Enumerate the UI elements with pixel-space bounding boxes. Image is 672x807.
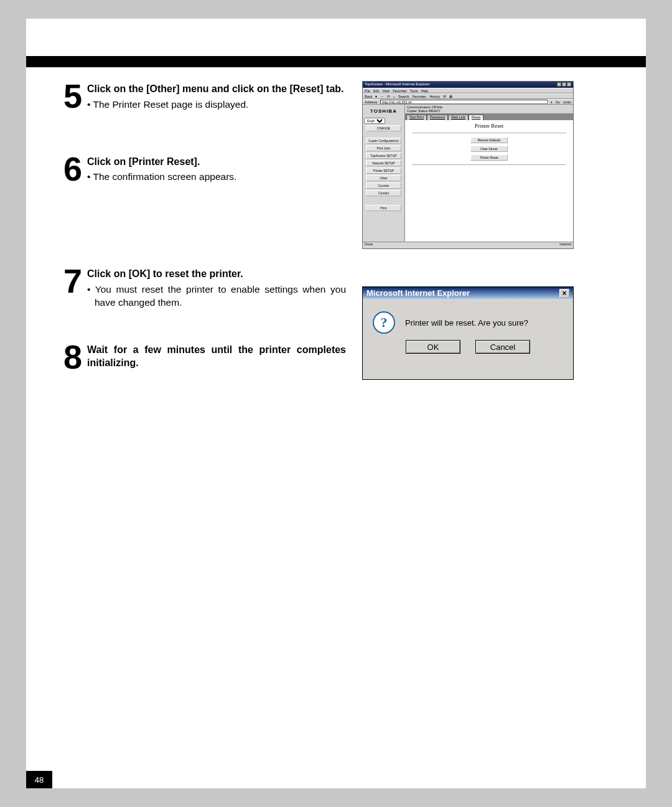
step-bullet: The Printer Reset page is displayed.	[87, 98, 346, 111]
sidebar-other[interactable]: Other	[366, 175, 401, 181]
links-label: Links	[563, 100, 571, 104]
menu-item[interactable]: Tools	[410, 89, 418, 93]
divider	[412, 164, 567, 165]
status-zone: Internet	[559, 242, 571, 248]
step-heading: Click on [OK] to reset the printer.	[87, 267, 346, 281]
browser-sidebar: TOSHIBA English CHANGE Copier Configurat…	[363, 105, 405, 242]
lang-row: English	[364, 118, 403, 124]
dialog-buttons: OK Cancel	[363, 340, 573, 362]
step-body: Click on [Printer Reset]. The confirmati…	[87, 154, 346, 184]
close-icon[interactable]: ×	[559, 289, 569, 298]
restore-defaults-button[interactable]: Restore Defaults	[470, 137, 508, 143]
browser-title: TopAccess - Microsoft Internet Explorer	[365, 82, 430, 87]
browser-titlebar: TopAccess - Microsoft Internet Explorer	[363, 82, 573, 88]
document-page: 5 Click on the [Other] menu and click on…	[26, 19, 646, 788]
sidebar-contact[interactable]: Contact	[366, 190, 401, 196]
copier-status: Communication Off-line Copier Status REA…	[405, 105, 573, 114]
divider	[412, 133, 567, 133]
dialog-body: ? Printer will be reset. Are you sure?	[363, 299, 573, 340]
tab-test-print[interactable]: Test Print	[406, 115, 427, 120]
ok-button[interactable]: OK	[406, 340, 460, 354]
step-heading: Wait for a few minutes until the printer…	[87, 343, 346, 370]
header-rule	[26, 56, 646, 67]
address-label: Address	[365, 100, 377, 104]
dialog-title: Microsoft Internet Explorer	[366, 288, 470, 298]
browser-main: Communication Off-line Copier Status REA…	[405, 105, 573, 242]
question-icon: ?	[373, 311, 395, 334]
tab-web-link[interactable]: Web Link	[448, 115, 469, 120]
step-body: Wait for a few minutes until the printer…	[87, 342, 346, 372]
search-button[interactable]: Search	[398, 95, 409, 98]
menu-item[interactable]: Edit	[373, 89, 379, 93]
step-number: 7	[63, 266, 87, 309]
step-number: 8	[63, 342, 87, 372]
back-button[interactable]: Back	[365, 95, 372, 98]
browser-menubar: File Edit View Favorites Tools Help	[363, 88, 573, 93]
step-7: 7 Click on [OK] to reset the printer. Yo…	[63, 266, 346, 309]
step-bullet: The confirmation screen appears.	[87, 171, 346, 184]
menu-item[interactable]: Help	[421, 89, 428, 93]
sidebar-copier-config[interactable]: Copier Configurations	[366, 138, 401, 144]
browser-body: TOSHIBA English CHANGE Copier Configurat…	[363, 105, 573, 242]
lang-select[interactable]: English	[364, 118, 385, 124]
printer-reset-button[interactable]: Printer Reset	[470, 154, 508, 161]
step-5: 5 Click on the [Other] menu and click on…	[63, 81, 346, 111]
step-bullet: You must reset the printer to enable set…	[87, 283, 346, 309]
dialog-titlebar: Microsoft Internet Explorer ×	[363, 287, 573, 299]
steps-column: 5 Click on the [Other] menu and click on…	[63, 81, 346, 372]
step-heading: Click on the [Other] menu and click on t…	[87, 82, 346, 96]
step-body: Click on the [Other] menu and click on t…	[87, 81, 346, 111]
sidebar-printer-setup[interactable]: Printer SETUP	[366, 168, 401, 174]
window-buttons	[556, 82, 571, 87]
step-6: 6 Click on [Printer Reset]. The confirma…	[63, 154, 346, 184]
browser-toolbar: Back ▾→⟳⌂ Search Favorites History ✉🖶	[363, 93, 573, 99]
page-number: 48	[26, 771, 52, 788]
status-line: Copier Status READY	[407, 109, 571, 113]
step-heading: Click on [Printer Reset].	[87, 155, 346, 169]
step-number: 5	[63, 81, 87, 111]
status-done: Done	[365, 242, 373, 248]
step-8: 8 Wait for a few minutes until the print…	[63, 342, 346, 372]
browser-addressbar: Address http://nic.ndi.251.nl/ ▾ Go Link…	[363, 99, 573, 105]
clear-server-button[interactable]: Clear Server	[470, 146, 508, 152]
menu-item[interactable]: Favorites	[393, 89, 407, 93]
go-button[interactable]: Go	[556, 100, 560, 104]
dialog-message: Printer will be reset. Are you sure?	[405, 318, 528, 328]
favorites-button[interactable]: Favorites	[413, 95, 427, 98]
step-number: 6	[63, 154, 87, 184]
change-button[interactable]: CHANGE	[366, 125, 401, 131]
sidebar-print-jobs[interactable]: Print Jobs	[366, 145, 401, 151]
sidebar-topaccess-setup[interactable]: TopAccess SETUP	[366, 153, 401, 159]
browser-screenshot: TopAccess - Microsoft Internet Explorer …	[362, 81, 574, 249]
panel-title: Printer Reset	[475, 123, 504, 129]
reset-panel: Printer Reset Restore Defaults Clear Ser…	[405, 120, 573, 242]
toshiba-logo: TOSHIBA	[364, 106, 403, 116]
menu-item[interactable]: View	[382, 89, 390, 93]
confirm-dialog: Microsoft Internet Explorer × ? Printer …	[362, 286, 574, 380]
browser-statusbar: Done Internet	[363, 242, 573, 248]
cancel-button[interactable]: Cancel	[475, 340, 530, 354]
sidebar-counter[interactable]: Counter	[366, 182, 401, 189]
history-button[interactable]: History	[429, 95, 440, 98]
menu-item[interactable]: File	[365, 89, 370, 93]
step-body: Click on [OK] to reset the printer. You …	[87, 266, 346, 309]
tab-password[interactable]: Password	[427, 115, 448, 120]
sidebar-print[interactable]: Print	[366, 205, 401, 211]
address-input[interactable]: http://nic.ndi.251.nl/	[380, 100, 548, 104]
sidebar-network-setup[interactable]: Network SETUP	[366, 160, 401, 166]
tab-reset[interactable]: Reset	[469, 115, 483, 120]
tabs-bar: Test Print Password Web Link Reset	[405, 114, 573, 120]
